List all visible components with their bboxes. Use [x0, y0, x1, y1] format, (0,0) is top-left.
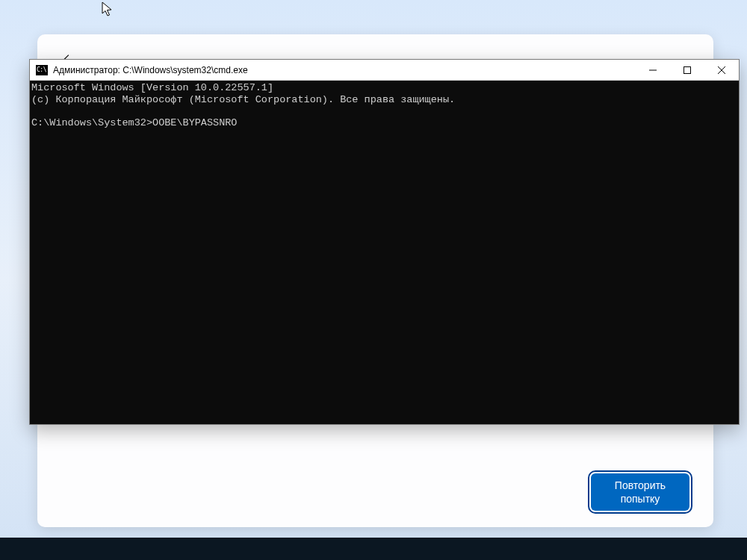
window-controls	[636, 60, 739, 80]
window-titlebar[interactable]: Администратор: C:\Windows\system32\cmd.e…	[30, 60, 739, 81]
terminal-output[interactable]: Microsoft Windows [Version 10.0.22557.1]…	[30, 81, 739, 424]
maximize-button[interactable]	[670, 60, 704, 80]
command-prompt-window[interactable]: Администратор: C:\Windows\system32\cmd.e…	[29, 59, 740, 425]
terminal-command-input[interactable]: OOBE\BYPASSNRO	[152, 117, 237, 129]
terminal-line: Microsoft Windows [Version 10.0.22557.1]	[31, 82, 739, 94]
terminal-line: (c) Корпорация Майкрософт (Microsoft Cor…	[31, 94, 739, 106]
window-title: Администратор: C:\Windows\system32\cmd.e…	[53, 65, 248, 75]
terminal-prompt-line: C:\Windows\System32>OOBE\BYPASSNRO	[31, 117, 739, 129]
mouse-cursor-icon	[102, 1, 114, 18]
terminal-blank-line	[31, 105, 739, 117]
retry-button[interactable]: Повторить попытку	[591, 473, 689, 511]
desktop-background: Повторить попытку Администратор: C:\Wind…	[0, 0, 747, 560]
terminal-prompt: C:\Windows\System32>	[31, 117, 152, 129]
close-button[interactable]	[704, 60, 739, 80]
minimize-button[interactable]	[636, 60, 670, 80]
cmd-icon	[36, 65, 48, 75]
svg-rect-1	[684, 66, 691, 73]
taskbar[interactable]	[0, 538, 747, 560]
